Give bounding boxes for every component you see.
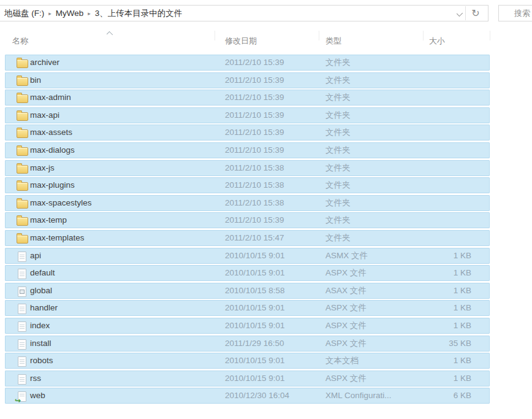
file-name: install (30, 336, 51, 351)
file-type: 文本文档 (325, 353, 359, 368)
file-type: 文件夹 (325, 161, 351, 175)
file-name: robots (30, 353, 53, 368)
file-row[interactable]: max-admin 2011/2/10 15:39 文件夹 (5, 90, 490, 106)
file-date-modified: 2010/10/15 8:58 (225, 283, 285, 298)
file-type: 文件夹 (325, 125, 351, 140)
column-header-type[interactable]: 类型 (325, 36, 341, 47)
folder-icon (17, 94, 28, 103)
document-icon (18, 252, 26, 262)
file-type: 文件夹 (325, 55, 351, 70)
file-row[interactable]: web 2010/12/30 16:04 XML Configurati... … (5, 388, 490, 404)
folder-icon (17, 200, 28, 209)
file-type: ASAX 文件 (325, 283, 367, 298)
file-date-modified: 2010/10/15 9:01 (225, 371, 285, 386)
file-date-modified: 2011/2/10 15:39 (225, 143, 284, 158)
file-type: 文件夹 (325, 73, 351, 88)
file-size: 1 KB (454, 318, 471, 333)
file-name: max-api (30, 108, 59, 123)
file-row[interactable]: api 2010/10/15 9:01 ASMX 文件 1 KB (5, 248, 490, 264)
file-row[interactable]: max-api 2011/2/10 15:39 文件夹 (5, 107, 490, 123)
file-row[interactable]: default 2010/10/15 9:01 ASPX 文件 1 KB (5, 265, 490, 281)
file-name: global (30, 283, 52, 298)
file-row[interactable]: max-spacestyles 2011/2/10 15:38 文件夹 (5, 195, 490, 211)
chevron-down-icon[interactable] (457, 10, 463, 17)
file-date-modified: 2011/2/10 15:38 (225, 196, 284, 210)
file-row[interactable]: archiver 2011/2/10 15:39 文件夹 (5, 55, 490, 71)
file-name: max-spacestyles (30, 196, 92, 210)
file-row[interactable]: max-dialogs 2011/2/10 15:39 文件夹 (5, 142, 490, 158)
file-name: max-plugins (30, 178, 75, 193)
breadcrumb-item[interactable]: MyWeb (53, 9, 86, 18)
file-date-modified: 2010/10/15 9:01 (225, 353, 285, 368)
file-date-modified: 2010/10/15 9:01 (225, 248, 285, 263)
file-name: max-temp (30, 213, 67, 228)
xml-config-icon (18, 391, 26, 402)
file-date-modified: 2011/2/10 15:47 (225, 231, 284, 245)
file-name: rss (30, 371, 41, 386)
file-type: 文件夹 (325, 213, 351, 228)
file-type: ASPX 文件 (325, 266, 367, 280)
breadcrumb-item[interactable]: 3、上传本目录中的文件 (93, 9, 185, 18)
file-row[interactable]: max-plugins 2011/2/10 15:38 文件夹 (5, 177, 490, 193)
folder-icon (17, 182, 28, 191)
folder-icon (17, 60, 28, 68)
file-row[interactable]: rss 2010/10/15 9:01 ASPX 文件 1 KB (5, 371, 490, 386)
file-row[interactable]: bin 2011/2/10 15:39 文件夹 (5, 72, 490, 88)
file-size: 35 KB (449, 336, 471, 351)
file-row[interactable]: index 2010/10/15 9:01 ASPX 文件 1 KB (5, 318, 490, 334)
document-icon (18, 356, 26, 367)
breadcrumb-item[interactable]: 地磁盘 (F:) (2, 9, 47, 18)
column-header-size[interactable]: 大小 (429, 36, 445, 47)
folder-icon (17, 217, 28, 226)
column-divider (215, 31, 215, 40)
file-row[interactable]: global 2010/10/15 8:58 ASAX 文件 1 KB (5, 283, 490, 299)
document-icon (18, 339, 26, 350)
file-type: 文件夹 (325, 90, 351, 105)
file-row[interactable]: max-js 2011/2/10 15:38 文件夹 (5, 160, 490, 176)
file-name: max-admin (30, 90, 71, 105)
file-date-modified: 2010/12/30 16:04 (225, 388, 289, 403)
file-type: ASPX 文件 (325, 301, 367, 315)
file-row[interactable]: max-templates 2011/2/10 15:47 文件夹 (5, 230, 490, 246)
asax-document-icon (18, 286, 26, 297)
file-name: max-templates (30, 231, 85, 245)
refresh-button[interactable]: ↻ (467, 6, 484, 21)
file-date-modified: 2011/2/10 15:39 (225, 108, 284, 123)
address-bar[interactable]: 地磁盘 (F:)▸MyWeb▸3、上传本目录中的文件 ↻ (0, 5, 488, 21)
file-row[interactable]: handler 2010/10/15 9:01 ASPX 文件 1 KB (5, 300, 490, 316)
file-name: index (30, 318, 50, 333)
document-icon (18, 321, 26, 332)
file-row[interactable]: max-temp 2011/2/10 15:39 文件夹 (5, 212, 490, 228)
file-name: web (30, 388, 45, 403)
file-row[interactable]: robots 2010/10/15 9:01 文本文档 1 KB (5, 353, 490, 369)
file-name: api (30, 248, 41, 263)
file-name: handler (30, 301, 58, 315)
file-date-modified: 2011/1/29 16:50 (225, 336, 284, 351)
column-header-name[interactable]: 名称 (12, 36, 28, 47)
file-name: bin (30, 73, 41, 88)
file-list: archiver 2011/2/10 15:39 文件夹 bin 2011/2/… (5, 55, 490, 406)
file-row[interactable]: install 2011/1/29 16:50 ASPX 文件 35 KB (5, 336, 490, 352)
document-icon (18, 304, 26, 314)
file-size: 1 KB (454, 371, 471, 386)
file-type: ASPX 文件 (325, 371, 367, 386)
column-divider (490, 31, 490, 40)
column-header-row: 名称 修改日期 类型 大小 (0, 28, 532, 52)
breadcrumb-separator-icon: ▸ (47, 10, 53, 17)
search-input[interactable]: 搜索 (498, 5, 532, 21)
column-header-date[interactable]: 修改日期 (225, 36, 257, 47)
breadcrumb-separator-icon: ▸ (86, 10, 93, 17)
column-divider (423, 31, 424, 40)
file-name: archiver (30, 55, 59, 70)
file-name: default (30, 266, 55, 280)
folder-icon (17, 129, 28, 138)
file-type: 文件夹 (325, 231, 351, 245)
address-bar-divider (465, 6, 466, 20)
file-date-modified: 2010/10/15 9:01 (225, 266, 285, 280)
file-name: max-dialogs (30, 143, 75, 158)
document-icon (18, 374, 26, 385)
file-type: XML Configurati... (325, 388, 392, 403)
file-row[interactable]: max-assets 2011/2/10 15:39 文件夹 (5, 125, 490, 140)
file-type: 文件夹 (325, 178, 351, 193)
file-date-modified: 2011/2/10 15:39 (225, 213, 284, 228)
